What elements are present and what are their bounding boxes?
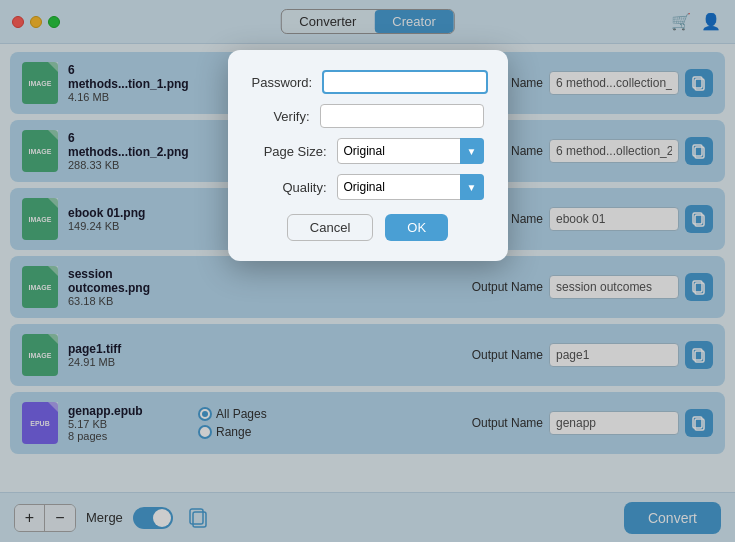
cancel-button[interactable]: Cancel bbox=[287, 214, 373, 241]
modal-quality-row: Quality: Original High Medium Low ▼ bbox=[252, 174, 484, 200]
modal-verify-row: Verify: bbox=[252, 104, 484, 128]
modal-buttons: Cancel OK bbox=[252, 214, 484, 241]
page-size-label: Page Size: bbox=[252, 144, 327, 159]
modal-dialog: Password: Verify: Page Size: Original A4… bbox=[228, 50, 508, 261]
password-label: Password: bbox=[252, 75, 313, 90]
page-size-select[interactable]: Original A4 Letter Legal bbox=[337, 138, 484, 164]
verify-label: Verify: bbox=[252, 109, 310, 124]
quality-label: Quality: bbox=[252, 180, 327, 195]
ok-button[interactable]: OK bbox=[385, 214, 448, 241]
quality-select-wrap: Original High Medium Low ▼ bbox=[337, 174, 484, 200]
verify-input[interactable] bbox=[320, 104, 484, 128]
modal-pagesize-row: Page Size: Original A4 Letter Legal ▼ bbox=[252, 138, 484, 164]
modal-password-row: Password: bbox=[252, 70, 484, 94]
password-input[interactable] bbox=[322, 70, 488, 94]
page-size-select-wrap: Original A4 Letter Legal ▼ bbox=[337, 138, 484, 164]
modal-overlay: Password: Verify: Page Size: Original A4… bbox=[0, 0, 735, 542]
quality-select[interactable]: Original High Medium Low bbox=[337, 174, 484, 200]
